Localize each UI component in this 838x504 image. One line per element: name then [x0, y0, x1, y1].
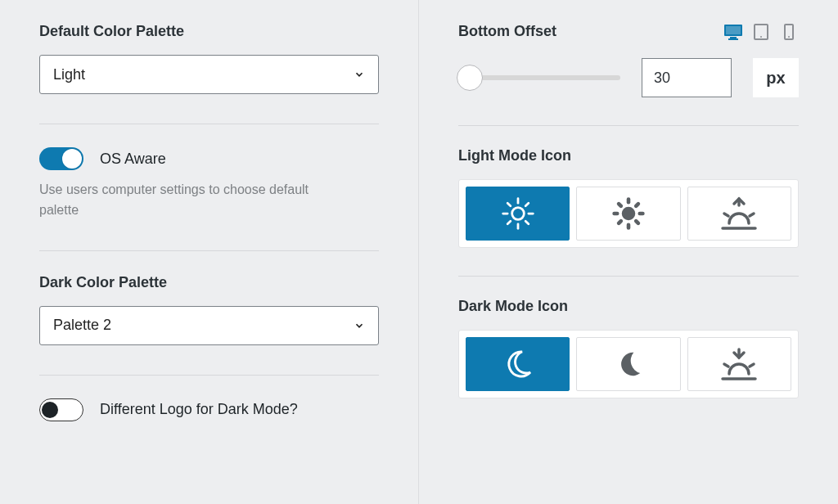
bottom-offset-value: 30 — [654, 70, 670, 87]
dark-icon-option-sunset[interactable] — [687, 337, 791, 391]
svg-point-8 — [511, 208, 524, 220]
svg-point-5 — [760, 36, 762, 38]
chevron-down-icon — [354, 320, 365, 331]
light-icon-option-sunrise[interactable] — [687, 187, 791, 241]
dark-color-palette-label: Dark Color Palette — [39, 274, 379, 291]
dark-mode-icon-label: Dark Mode Icon — [458, 298, 799, 315]
dark-icon-option-moon-outline[interactable] — [466, 337, 570, 391]
light-icon-option-sun-outline[interactable] — [466, 187, 570, 241]
divider — [39, 250, 379, 251]
svg-line-24 — [619, 221, 621, 223]
different-logo-toggle[interactable] — [39, 398, 83, 421]
os-aware-label: OS Aware — [100, 151, 166, 168]
svg-line-32 — [724, 364, 728, 367]
divider — [458, 125, 799, 126]
svg-rect-1 — [726, 26, 741, 34]
sun-solid-icon — [610, 196, 647, 232]
svg-line-33 — [750, 364, 754, 367]
moon-solid-icon — [613, 349, 644, 380]
sunset-icon — [718, 346, 760, 382]
sunrise-icon — [718, 196, 760, 232]
bottom-offset-slider[interactable] — [458, 75, 620, 80]
divider — [458, 276, 799, 277]
svg-point-17 — [622, 207, 636, 221]
chevron-down-icon — [354, 69, 365, 80]
dark-mode-icon-picker — [458, 330, 799, 398]
sun-outline-icon — [500, 196, 536, 232]
os-aware-help-text: Use users computer settings to choose de… — [39, 180, 334, 221]
dark-color-palette-value: Palette 2 — [53, 317, 111, 334]
default-color-palette-select[interactable]: Light — [39, 55, 379, 94]
svg-rect-3 — [728, 38, 738, 40]
default-color-palette-value: Light — [53, 66, 85, 83]
default-color-palette-label: Default Color Palette — [39, 23, 379, 40]
svg-line-15 — [507, 221, 511, 224]
divider — [39, 375, 379, 376]
toggle-knob — [62, 149, 82, 169]
different-logo-label: Different Logo for Dark Mode? — [100, 401, 298, 418]
svg-line-25 — [636, 204, 638, 206]
responsive-device-switcher — [723, 24, 799, 40]
bottom-offset-unit[interactable]: px — [753, 58, 799, 97]
moon-outline-icon — [502, 348, 534, 380]
light-icon-option-sun-solid[interactable] — [576, 187, 680, 241]
svg-line-23 — [636, 221, 638, 223]
svg-line-14 — [525, 221, 529, 224]
mobile-icon[interactable] — [779, 24, 799, 40]
svg-line-28 — [724, 214, 728, 216]
bottom-offset-input[interactable]: 30 — [642, 58, 732, 97]
svg-point-7 — [788, 36, 790, 38]
tablet-icon[interactable] — [751, 24, 771, 40]
svg-line-16 — [525, 203, 529, 206]
light-mode-icon-picker — [458, 179, 799, 248]
divider — [39, 124, 379, 124]
dark-icon-option-moon-solid[interactable] — [576, 337, 680, 391]
svg-line-22 — [619, 204, 621, 206]
slider-thumb[interactable] — [457, 65, 483, 91]
svg-line-29 — [750, 214, 754, 216]
dark-color-palette-select[interactable]: Palette 2 — [39, 306, 379, 345]
toggle-knob — [42, 402, 58, 418]
light-mode-icon-label: Light Mode Icon — [458, 147, 799, 164]
svg-line-13 — [507, 203, 511, 206]
os-aware-toggle[interactable] — [39, 147, 83, 170]
desktop-icon[interactable] — [723, 24, 743, 40]
svg-rect-2 — [730, 37, 737, 38]
bottom-offset-label: Bottom Offset — [458, 23, 556, 40]
